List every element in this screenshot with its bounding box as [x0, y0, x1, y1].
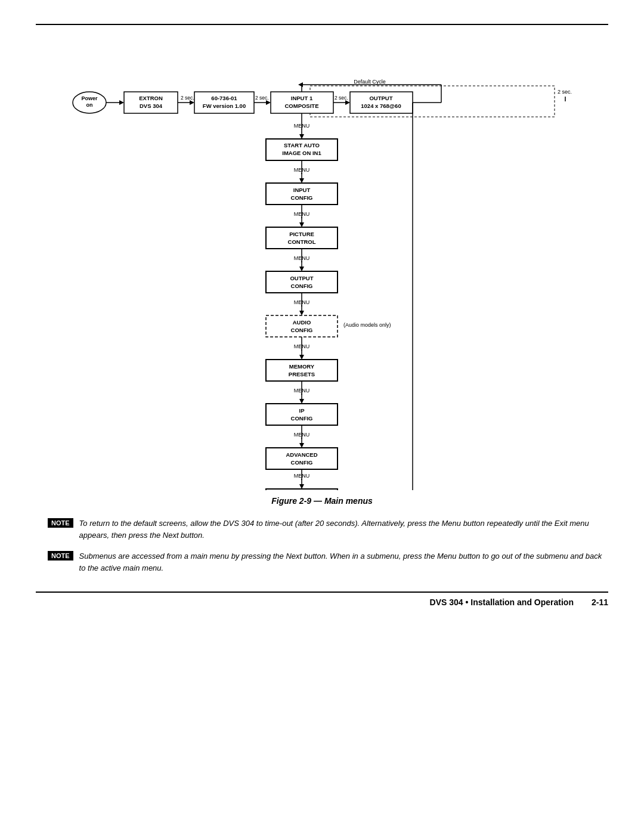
- footer-page: 2-11: [592, 597, 608, 607]
- box2-line1: 60-736-01: [211, 95, 237, 101]
- box4-line1: OUTPUT: [369, 95, 392, 101]
- menu-label-4: MENU: [294, 255, 310, 261]
- note-text-2: Submenus are accessed from a main menu b…: [79, 550, 608, 574]
- arrowhead-cycle: [298, 82, 303, 87]
- box4-line2: 1024 x 768@60: [361, 103, 401, 109]
- arrowhead-m3: [299, 222, 304, 227]
- menu-box5-line2: CONFIG: [291, 327, 313, 333]
- menu-box7-line1: IP: [299, 407, 305, 414]
- arrowhead-m5: [299, 311, 304, 315]
- arrowhead-3: [266, 100, 271, 105]
- menu-box6-line2: PRESETS: [289, 371, 315, 377]
- menu-label-7: MENU: [294, 388, 310, 394]
- footer: DVS 304 • Installation and Operation 2-1…: [36, 597, 608, 607]
- note-badge-2: NOTE: [48, 551, 73, 561]
- arrowhead-1: [119, 100, 124, 105]
- menu-box2-line1: INPUT: [293, 187, 311, 193]
- top-rule: [36, 24, 608, 25]
- menu-box7-line2: CONFIG: [291, 415, 313, 422]
- arrowhead-m7: [299, 399, 304, 404]
- box3-line1: INPUT 1: [291, 95, 313, 101]
- menu-box4-line2: CONFIG: [291, 283, 313, 289]
- menu-label-5: MENU: [294, 299, 310, 305]
- menu-box1-line1: START AUTO: [284, 142, 320, 148]
- menu-box2-line2: CONFIG: [291, 194, 313, 201]
- box1-line1: EXTRON: [139, 95, 163, 101]
- box-exit-menu: [266, 489, 338, 490]
- delay2-label: 2 sec.: [255, 95, 269, 101]
- note-item-2: NOTE Submenus are accessed from a main m…: [48, 550, 608, 574]
- notes-section: NOTE To return to the default screens, a…: [36, 518, 608, 574]
- menu-label-9: MENU: [294, 473, 310, 479]
- arrowhead-m9: [299, 484, 304, 489]
- menu-label-2: MENU: [294, 167, 310, 173]
- figure-caption: Figure 2-9 — Main menus: [36, 496, 608, 506]
- menu-box5-line1: AUDIO: [293, 319, 311, 326]
- diagram-area: Default Cycle 2 sec. Power on EXTRON DVS…: [36, 43, 608, 490]
- menu-label-1: MENU: [294, 123, 310, 129]
- arrowhead-m1: [299, 134, 304, 139]
- menu-box4-line1: OUTPUT: [290, 275, 313, 281]
- power-on-line1: Power: [81, 95, 98, 101]
- box2-line2: FW version 1.00: [203, 103, 246, 109]
- box3-line2: COMPOSITE: [284, 103, 318, 109]
- menu-box3-line1: PICTURE: [289, 231, 314, 237]
- menu-box8-line2: CONFIG: [291, 459, 313, 466]
- audio-note-label: (Audio models only): [343, 322, 391, 328]
- page-container: Default Cycle 2 sec. Power on EXTRON DVS…: [0, 0, 644, 833]
- menu-box1-line2: IMAGE ON IN1: [282, 150, 321, 156]
- delay3-label: 2 sec.: [335, 95, 348, 101]
- menu-label-3: MENU: [294, 211, 310, 217]
- menu-box3-line2: CONTROL: [288, 239, 316, 245]
- arrowhead-m8: [299, 443, 304, 448]
- footer-title: DVS 304 • Installation and Operation: [430, 597, 574, 607]
- flowchart-svg: Default Cycle 2 sec. Power on EXTRON DVS…: [54, 43, 590, 490]
- box1-line2: DVS 304: [140, 103, 163, 109]
- delay1-label: 2 sec.: [181, 95, 194, 101]
- default-cycle-label: Default Cycle: [354, 79, 386, 85]
- note-text-1: To return to the default screens, allow …: [79, 518, 608, 541]
- bottom-rule: [36, 592, 608, 593]
- menu-label-8: MENU: [294, 432, 310, 438]
- arrowhead-4: [345, 100, 350, 105]
- note-badge-1: NOTE: [48, 518, 73, 528]
- menu-label-6: MENU: [294, 343, 310, 349]
- arrowhead-m4: [299, 267, 304, 271]
- power-on-line2: on: [86, 102, 93, 108]
- arrowhead-2: [190, 100, 194, 105]
- note-item-1: NOTE To return to the default screens, a…: [48, 518, 608, 541]
- delay-return-label: 2 sec.: [558, 89, 572, 95]
- menu-box6-line1: MEMORY: [289, 363, 315, 370]
- arrowhead-m6: [299, 355, 304, 360]
- menu-box8-line1: ADVANCED: [286, 451, 317, 458]
- arrowhead-m2: [299, 178, 304, 183]
